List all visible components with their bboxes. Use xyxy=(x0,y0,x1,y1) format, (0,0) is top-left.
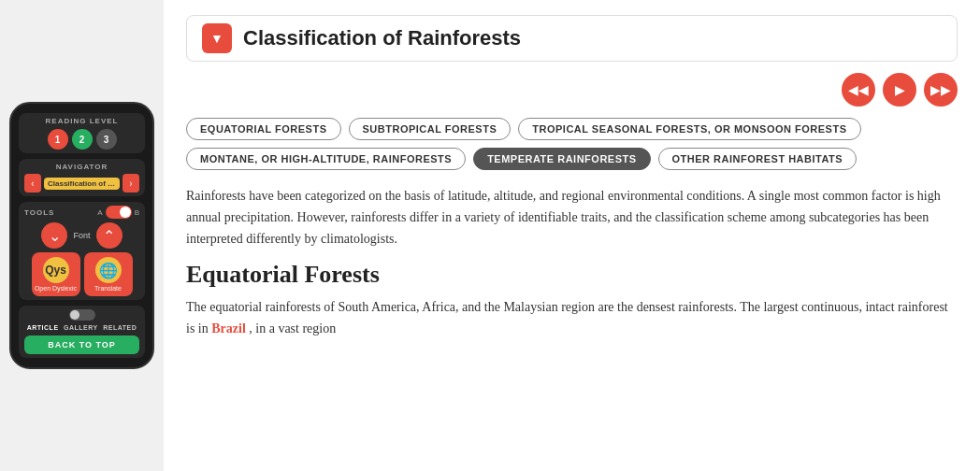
back-to-top-button[interactable]: BACK TO TOP xyxy=(24,335,139,354)
bottom-toggle[interactable] xyxy=(69,309,95,321)
bottom-section: ARTICLE GALLERY RELATED BACK TO TOP xyxy=(19,306,145,358)
rewind-button[interactable]: ◀◀ xyxy=(842,73,875,107)
translate-icon: 🌐 xyxy=(95,257,122,283)
level-2-button[interactable]: 2 xyxy=(72,129,93,150)
right-panel: ▼ Classification of Rainforests ◀◀ ▶ ▶▶ … xyxy=(164,0,980,471)
media-controls: ◀◀ ▶ ▶▶ xyxy=(186,73,958,107)
page-title: Classification of Rainforests xyxy=(243,26,942,50)
tag-2[interactable]: TROPICAL SEASONAL FORESTS, OR MONSOON FO… xyxy=(518,118,860,140)
nav-prev-button[interactable]: ‹ xyxy=(24,174,41,193)
tools-section: TOOLS A B ⌄ Font ⌃ Qys Open Dyslexic 🌐 xyxy=(19,202,145,300)
level-1-button[interactable]: 1 xyxy=(48,129,68,150)
font-label: Font xyxy=(73,231,90,240)
tab-related[interactable]: RELATED xyxy=(103,324,137,331)
section-heading: Equatorial Forests xyxy=(186,261,958,289)
tools-a-label: A xyxy=(97,208,102,217)
left-panel: READING LEVEL 1 2 3 NAVIGATOR ‹ Classifi… xyxy=(0,0,164,471)
navigator-section: NAVIGATOR ‹ Classification of R... › xyxy=(19,159,145,196)
translate-button[interactable]: 🌐 Translate xyxy=(84,252,133,296)
navigator-label: NAVIGATOR xyxy=(24,163,139,171)
section-paragraph-suffix: , in a vast region xyxy=(249,321,336,335)
tools-toggle[interactable] xyxy=(106,206,132,219)
open-dyslexic-label: Open Dyslexic xyxy=(35,285,77,292)
tag-0[interactable]: EQUATORIAL FORESTS xyxy=(186,118,341,140)
mobile-device: READING LEVEL 1 2 3 NAVIGATOR ‹ Classifi… xyxy=(9,102,154,369)
tag-5[interactable]: OTHER RAINFOREST HABITATS xyxy=(658,148,858,170)
brazil-link[interactable]: Brazil xyxy=(211,321,246,335)
reading-level-section: READING LEVEL 1 2 3 xyxy=(19,113,145,153)
nav-title: Classification of R... xyxy=(44,178,120,190)
font-increase-button[interactable]: ⌃ xyxy=(96,222,122,249)
title-dropdown-button[interactable]: ▼ xyxy=(202,23,232,53)
tools-label: TOOLS xyxy=(24,208,54,217)
level-3-button[interactable]: 3 xyxy=(96,129,117,150)
play-button[interactable]: ▶ xyxy=(883,73,916,107)
open-dyslexic-button[interactable]: Qys Open Dyslexic xyxy=(32,252,80,296)
tab-gallery[interactable]: GALLERY xyxy=(64,324,98,331)
tags-area: EQUATORIAL FORESTSSUBTROPICAL FORESTSTRO… xyxy=(186,118,958,170)
nav-next-button[interactable]: › xyxy=(122,174,139,193)
reading-level-label: READING LEVEL xyxy=(24,117,139,125)
title-bar: ▼ Classification of Rainforests xyxy=(186,15,958,62)
translate-label: Translate xyxy=(94,285,122,292)
tag-3[interactable]: MONTANE, OR HIGH-ALTITUDE, RAINFORESTS xyxy=(186,148,466,170)
font-decrease-button[interactable]: ⌄ xyxy=(41,222,67,249)
fast-forward-button[interactable]: ▶▶ xyxy=(924,73,958,107)
section-paragraph: The equatorial rainforests of South Amer… xyxy=(186,296,958,339)
tag-4[interactable]: TEMPERATE RAINFORESTS xyxy=(473,148,650,170)
tab-article[interactable]: ARTICLE xyxy=(27,324,59,331)
body-paragraph: Rainforests have been categorized on the… xyxy=(186,185,958,250)
tools-b-label: B xyxy=(135,208,139,217)
tag-1[interactable]: SUBTROPICAL FORESTS xyxy=(349,118,512,140)
open-dyslexic-icon: Qys xyxy=(43,257,69,283)
